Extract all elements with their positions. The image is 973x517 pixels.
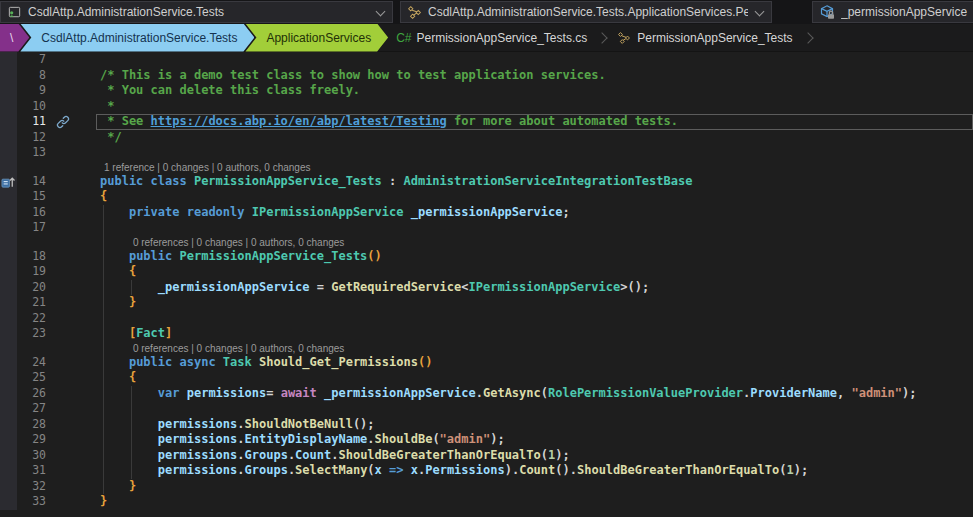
- glyph-margin[interactable]: [46, 174, 100, 190]
- glyph-margin[interactable]: [46, 311, 100, 327]
- glyph-margin[interactable]: [46, 99, 100, 115]
- line-number[interactable]: 33: [17, 494, 46, 510]
- codelens-info[interactable]: 0 references | 0 changes | 0 authors, 0 …: [100, 343, 344, 354]
- codelens-text-cell[interactable]: 0 references | 0 changes | 0 authors, 0 …: [100, 236, 973, 249]
- code-text[interactable]: _permissionAppService = GetRequiredServi…: [100, 280, 973, 296]
- code-line-18[interactable]: 18 public PermissionAppService_Tests(): [0, 249, 973, 265]
- line-number[interactable]: 8: [17, 68, 46, 84]
- code-text[interactable]: public async Task Should_Get_Permissions…: [100, 355, 973, 371]
- line-number[interactable]: 24: [17, 355, 46, 371]
- glyph-margin[interactable]: [46, 189, 100, 205]
- glyph-margin[interactable]: [46, 326, 100, 342]
- line-number[interactable]: 29: [17, 432, 46, 448]
- glyph-margin[interactable]: [46, 83, 100, 99]
- glyph-margin[interactable]: [46, 479, 100, 495]
- line-number[interactable]: 30: [17, 448, 46, 464]
- code-line-29[interactable]: 29 permissions.EntityDisplayName.ShouldB…: [0, 432, 973, 448]
- line-number[interactable]: 7: [17, 52, 46, 68]
- code-text[interactable]: }: [100, 479, 973, 495]
- line-number[interactable]: 12: [17, 130, 46, 146]
- glyph-margin[interactable]: [46, 220, 100, 236]
- code-line-13[interactable]: 13: [0, 145, 973, 161]
- code-line-28[interactable]: 28 permissions.ShouldNotBeNull();: [0, 417, 973, 433]
- line-number[interactable]: 28: [17, 417, 46, 433]
- codelens-text-cell[interactable]: 0 references | 0 changes | 0 authors, 0 …: [100, 342, 973, 355]
- line-number[interactable]: 23: [17, 326, 46, 342]
- code-line-14[interactable]: 14public class PermissionAppService_Test…: [0, 174, 973, 190]
- line-number[interactable]: 20: [17, 280, 46, 296]
- glyph-margin[interactable]: [46, 463, 100, 479]
- code-line-24[interactable]: 24 public async Task Should_Get_Permissi…: [0, 355, 973, 371]
- code-text[interactable]: permissions.Groups.SelectMany(x => x.Per…: [100, 463, 973, 479]
- code-line-21[interactable]: 21 }: [0, 295, 973, 311]
- code-text[interactable]: /* This is a demo test class to show how…: [100, 68, 973, 84]
- code-text[interactable]: {: [100, 189, 973, 205]
- line-number[interactable]: 17: [17, 220, 46, 236]
- line-number[interactable]: 25: [17, 370, 46, 386]
- line-number[interactable]: 14: [17, 174, 46, 190]
- type-dropdown[interactable]: CsdlAttp.AdministrationService.Tests.App…: [400, 1, 772, 23]
- line-number[interactable]: 9: [17, 83, 46, 99]
- code-text[interactable]: private readonly IPermissionAppService _…: [100, 205, 973, 221]
- codelens-text-cell[interactable]: 1 reference | 0 changes | 0 authors, 0 c…: [100, 161, 973, 174]
- link-icon[interactable]: [56, 115, 70, 129]
- line-number[interactable]: 13: [17, 145, 46, 161]
- code-line-33[interactable]: 33}: [0, 494, 973, 510]
- glyph-margin[interactable]: [46, 264, 100, 280]
- code-line-12[interactable]: 12 */: [0, 130, 973, 146]
- code-line-19[interactable]: 19 {: [0, 264, 973, 280]
- code-text[interactable]: permissions.Groups.Count.ShouldBeGreater…: [100, 448, 973, 464]
- code-line-32[interactable]: 32 }: [0, 479, 973, 495]
- glyph-margin[interactable]: [46, 386, 100, 402]
- code-line-17[interactable]: 17: [0, 220, 973, 236]
- code-text[interactable]: * You can delete this class freely.: [100, 83, 973, 99]
- line-number[interactable]: [17, 342, 46, 355]
- code-text[interactable]: *: [100, 99, 973, 115]
- code-text[interactable]: }: [100, 494, 973, 510]
- code-line-20[interactable]: 20 _permissionAppService = GetRequiredSe…: [0, 280, 973, 296]
- line-number[interactable]: 27: [17, 401, 46, 417]
- code-text[interactable]: public PermissionAppService_Tests(): [100, 249, 973, 265]
- glyph-margin[interactable]: [46, 161, 100, 174]
- code-line-16[interactable]: 16 private readonly IPermissionAppServic…: [0, 205, 973, 221]
- line-number[interactable]: 10: [17, 99, 46, 115]
- code-line-11[interactable]: 11 * See https://docs.abp.io/en/abp/late…: [0, 114, 973, 130]
- breadcrumb-symbol-name[interactable]: PermissionAppService_Tests: [637, 31, 792, 45]
- code-text[interactable]: [100, 52, 973, 68]
- code-text[interactable]: [Fact]: [100, 326, 973, 342]
- glyph-margin[interactable]: [46, 114, 100, 130]
- codelens-info[interactable]: 1 reference | 0 changes | 0 authors, 0 c…: [100, 162, 310, 173]
- glyph-margin[interactable]: [46, 236, 100, 249]
- glyph-margin[interactable]: [46, 355, 100, 371]
- glyph-margin[interactable]: [46, 130, 100, 146]
- member-dropdown[interactable]: _permissionAppService: [812, 1, 973, 23]
- codelens-row[interactable]: 1 reference | 0 changes | 0 authors, 0 c…: [0, 161, 973, 174]
- code-line-25[interactable]: 25 {: [0, 370, 973, 386]
- line-number[interactable]: 31: [17, 463, 46, 479]
- line-number[interactable]: 21: [17, 295, 46, 311]
- code-text[interactable]: permissions.ShouldNotBeNull();: [100, 417, 973, 433]
- glyph-margin[interactable]: [46, 401, 100, 417]
- code-text[interactable]: }: [100, 295, 973, 311]
- breadcrumb-file-name[interactable]: PermissionAppService_Tests.cs: [416, 31, 587, 45]
- project-dropdown[interactable]: CsdlAttp.AdministrationService.Tests: [0, 1, 393, 23]
- codelens-info[interactable]: 0 references | 0 changes | 0 authors, 0 …: [100, 237, 344, 248]
- code-line-26[interactable]: 26 var permissions= await _permissionApp…: [0, 386, 973, 402]
- glyph-margin[interactable]: [46, 370, 100, 386]
- line-number[interactable]: [17, 236, 46, 249]
- glyph-margin[interactable]: [46, 417, 100, 433]
- line-number[interactable]: 11: [17, 114, 46, 130]
- line-number[interactable]: 16: [17, 205, 46, 221]
- code-line-30[interactable]: 30 permissions.Groups.Count.ShouldBeGrea…: [0, 448, 973, 464]
- code-line-31[interactable]: 31 permissions.Groups.SelectMany(x => x.…: [0, 463, 973, 479]
- code-text[interactable]: [100, 145, 973, 161]
- breadcrumb-segment-project[interactable]: CsdlAttp.AdministrationService.Tests: [20, 24, 254, 52]
- code-line-9[interactable]: 9 * You can delete this class freely.: [0, 83, 973, 99]
- line-number[interactable]: 19: [17, 264, 46, 280]
- glyph-margin[interactable]: [46, 68, 100, 84]
- glyph-margin[interactable]: [46, 494, 100, 510]
- line-number[interactable]: [17, 161, 46, 174]
- glyph-margin[interactable]: [46, 295, 100, 311]
- editor-code[interactable]: 78/* This is a demo test class to show h…: [0, 52, 973, 517]
- glyph-margin[interactable]: [46, 249, 100, 265]
